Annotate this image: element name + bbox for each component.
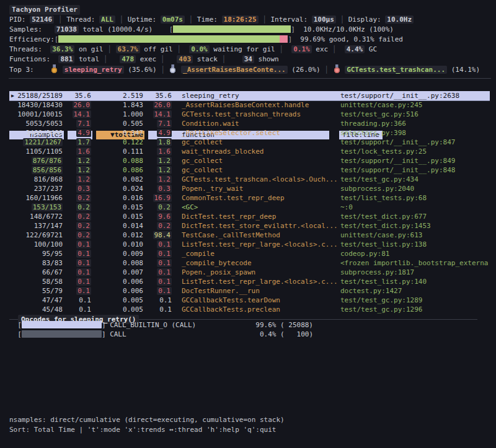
cell-file-line: test/support/__init__.py:2638: [339, 91, 490, 100]
opcode-row: [] CALL_BUILTIN_O (CALL)99.6% ( 25088): [9, 320, 490, 330]
cell-pct-cumulative-value: 35.6: [156, 92, 172, 100]
cell-file-line-value: test/test_gc.py:516: [340, 110, 418, 118]
cell-pct-direct-value: 1.7: [76, 138, 91, 146]
gc-pct: 4.4%: [345, 45, 365, 53]
opcode-name: CALL_BUILTIN_O (CALL): [110, 321, 196, 329]
bronze-medal-icon: [334, 64, 340, 73]
cell-pct-direct: 7.1: [64, 119, 92, 128]
table-row[interactable]: 876/8761.20.0881.2gc_collecttest/support…: [9, 156, 490, 165]
bracket: ]: [102, 330, 110, 338]
table-row[interactable]: 137/1470.20.0140.2DictTest.test_store_ev…: [9, 221, 490, 231]
cell-file-line: <frozen importlib._bootstrap_externa: [339, 258, 490, 268]
cell-tottime: 1.000: [92, 110, 144, 119]
cell-pct-cumulative-value: 0.1: [157, 268, 172, 276]
cell-function: _compile: [173, 249, 339, 258]
cell-pct-cumulative-value: 7.1: [157, 120, 172, 128]
table-row[interactable]: 66/670.10.0070.1Popen._posix_spawnsubpro…: [9, 268, 490, 277]
bracket: [: [9, 330, 22, 338]
cell-pct-cumulative-value: 0.1: [157, 278, 172, 286]
cell-nsamples: 1105/1105: [9, 147, 64, 156]
cell-nsamples: 5053/5053: [9, 119, 64, 128]
text-segment: off gil: [140, 45, 177, 53]
table-row[interactable]: 18430/1843026.01.84326.0_AssertRaisesBas…: [9, 100, 490, 110]
text-segment: [58, 66, 63, 74]
cell-function-value: wait_threads_blocked: [182, 147, 264, 156]
opcode-percentage: 0.4% ( 100): [232, 330, 313, 339]
opcode-bar: [22, 321, 102, 328]
cell-pct-cumulative: 1.8: [144, 138, 173, 147]
cell-function: GCTests.test_trashcan.<locals>.Ouch...: [173, 175, 339, 184]
table-row[interactable]: 237/2370.30.0240.3Popen._try_waitsubproc…: [9, 184, 490, 193]
cell-file-line-value: ~:0: [340, 203, 353, 211]
cell-nsamples-value: 100/100: [34, 240, 63, 248]
cell-pct-cumulative-value: 0.2: [157, 222, 172, 230]
cell-nsamples-value: 856/856: [32, 166, 63, 174]
cell-file-line: test/test_gc.py:434: [339, 175, 490, 184]
table-row[interactable]: 1105/11051.60.1111.6wait_threads_blocked…: [9, 147, 490, 156]
samples-line: Samples: 71038 total (10000.4/s) [] 10.0…: [9, 25, 496, 35]
functions-shown: 34: [242, 55, 254, 63]
cell-tottime: 0.024: [92, 184, 144, 193]
cell-tottime-value: 0.010: [123, 240, 143, 248]
cell-pct-cumulative-value: 14.1: [153, 110, 172, 118]
table-row[interactable]: 55/790.10.0060.1DocTestRunner.__rundocte…: [9, 286, 490, 296]
top3-pct: (14.1%): [447, 66, 480, 74]
cell-file-line-value: test/test_gc.py:434: [340, 175, 418, 183]
cell-function: wait_threads_blocked: [173, 147, 339, 156]
cell-function-value: TestCase._callTestMethod: [182, 231, 280, 239]
cell-file-line-value: <frozen importlib._bootstrap_externa: [340, 259, 488, 267]
table-row[interactable]: 5053/50537.10.5057.1Condition.waitthread…: [9, 119, 490, 128]
cell-nsamples: 137/147: [9, 221, 64, 231]
cell-pct-cumulative-value: 1.2: [157, 175, 172, 183]
text-segment: [329, 66, 333, 74]
cell-nsamples: 95/95: [9, 249, 64, 258]
table-row[interactable]: 148/67720.20.0159.6DictTest.test_repr_de…: [9, 212, 490, 221]
text-segment: [283, 45, 291, 53]
table-row[interactable]: 95/950.10.0090.1_compilecodeop.py:81: [9, 249, 490, 258]
text-segment: Efficiency:: [9, 35, 55, 43]
cell-pct-cumulative-value: 1.6: [157, 147, 172, 156]
cell-function-value: _PollLikeSelector.select: [182, 129, 280, 137]
table-row[interactable]: 816/8681.20.0821.2GCTests.test_trashcan.…: [9, 175, 490, 184]
cell-nsamples-value: 66/67: [42, 268, 63, 276]
table-row[interactable]: 122/697210.20.01298.4TestCase._callTestM…: [9, 231, 490, 240]
cell-file-line-value: test/support/__init__.py:849: [340, 157, 455, 165]
cell-nsamples: 160/11966: [9, 193, 64, 203]
table-row[interactable]: 47/470.10.0050.1GCCallbackTests.tearDown…: [9, 296, 490, 305]
cell-pct-cumulative-value: 0.3: [157, 185, 172, 193]
cell-tottime-value: 1.000: [123, 110, 143, 118]
functions-stack: 403: [177, 55, 193, 63]
cell-file-line: doctest.py:1427: [339, 286, 490, 296]
cell-nsamples-value: 1105/1105: [25, 147, 63, 156]
text-segment: │: [279, 45, 283, 53]
cell-function-value: Popen._posix_spawn: [182, 268, 255, 276]
table-row[interactable]: ▶25188/2518935.62.51935.6sleeping_retryt…: [9, 91, 490, 100]
cell-tottime-value: 0.006: [123, 278, 143, 286]
table-row[interactable]: 58/580.10.0060.1ListTest.test_repr_large…: [9, 277, 490, 286]
functions-line: Functions: 881 total │ 478 exec │ 403 st…: [9, 55, 496, 64]
table-row[interactable]: 1221/12671.70.1221.8gc_collecttest/suppo…: [9, 138, 490, 147]
text-segment: total: [74, 55, 103, 63]
table-row[interactable]: 10001/1001514.11.00014.1GCTests.test_tra…: [9, 110, 490, 119]
cell-pct-direct-value: 1.2: [76, 166, 91, 174]
opcodes-list: [] CALL_BUILTIN_O (CALL)99.6% ( 25088) […: [9, 320, 490, 339]
cell-file-line-value: test/test_dict.py:1453: [340, 222, 431, 230]
table-row[interactable]: 45/480.10.0050.1GCCallbackTests.preclean…: [9, 305, 490, 314]
table-row[interactable]: 153/1530.20.0150.2<GC>~:0: [9, 203, 490, 212]
on-gil-pct: 36.3%: [50, 45, 74, 53]
bar-segment: [173, 25, 291, 33]
cell-file-line: test/lock_tests.py:25: [339, 147, 490, 156]
display-value: 10.0Hz: [385, 15, 414, 24]
table-row[interactable]: 83/830.10.0080.1_compile_bytecode<frozen…: [9, 258, 490, 268]
table-row[interactable]: 856/8561.20.0861.2gc_collecttest/support…: [9, 165, 490, 175]
cell-pct-direct: 0.2: [64, 231, 92, 240]
text-segment: │: [115, 15, 128, 24]
table-row[interactable]: 3466/34664.90.3474.9_PollLikeSelector.se…: [9, 128, 490, 138]
table-row[interactable]: 160/119660.20.01616.9CommonTest.test_rep…: [9, 193, 490, 203]
cell-pct-direct-value: 4.9: [76, 129, 91, 137]
cell-pct-cumulative: 14.1: [144, 110, 173, 119]
silver-medal-icon: [169, 64, 176, 73]
uptime-value: 0m07s: [161, 15, 185, 24]
table-row[interactable]: 100/1000.10.0100.1ListTest.test_repr_lar…: [9, 240, 490, 249]
opcode-row: [] CALL0.4% ( 100): [9, 330, 490, 339]
